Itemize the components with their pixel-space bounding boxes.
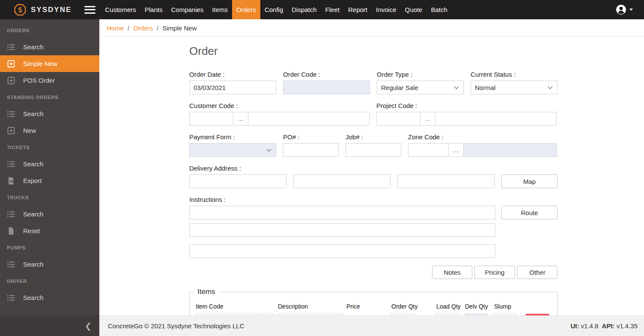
api-version-value: v1.4.35 [617, 322, 638, 330]
zone-desc-input [463, 143, 557, 157]
zone-code-input[interactable] [408, 143, 449, 157]
user-menu[interactable] [616, 4, 633, 15]
breadcrumb-separator: / [157, 24, 158, 32]
delivery-address-line1-input[interactable] [189, 174, 286, 188]
column-load-qty: Load Qty [436, 303, 465, 310]
sidebar-item-label: POS Order [23, 77, 55, 84]
breadcrumb-separator: / [128, 24, 129, 32]
order-form: Order Order Date : Order Code : Order Ty… [99, 37, 644, 336]
delivery-address-line2-input[interactable] [293, 174, 391, 188]
sidebar-item-label: Search [23, 210, 44, 218]
nav-item-customers[interactable]: Customers [101, 0, 140, 19]
user-menu-caret-icon [629, 9, 633, 11]
breadcrumb-home-link[interactable]: Home [107, 24, 124, 32]
sidebar-item-standing-search[interactable]: Search [0, 105, 99, 122]
sidebar-item-tickets-export[interactable]: Export [0, 172, 99, 189]
nav-item-plants[interactable]: Plants [140, 0, 167, 19]
column-price: Price [346, 303, 391, 310]
nav-item-companies[interactable]: Companies [167, 0, 208, 19]
nav-item-dispatch[interactable]: Dispatch [287, 0, 321, 19]
payment-form-label: Payment Form : [189, 133, 276, 141]
current-status-select[interactable]: Normal [471, 81, 558, 94]
sidebar-section-standing-orders: STANDING ORDERS [0, 89, 99, 105]
export-icon [7, 177, 15, 185]
top-navbar: S SYSDYNE Customers Plants Companies Ite… [0, 0, 644, 19]
sidebar-item-standing-new[interactable]: New [0, 122, 99, 139]
sidebar-item-orders-simple-new[interactable]: Simple New [0, 55, 99, 72]
sidebar-item-trucks-search[interactable]: Search [0, 206, 99, 222]
sidebar-item-label: Search [23, 261, 44, 268]
sidebar-item-label: Search [23, 43, 44, 51]
project-name-input[interactable] [435, 112, 557, 126]
list-icon [7, 210, 15, 219]
customer-code-input[interactable] [189, 112, 233, 126]
breadcrumb-orders-link[interactable]: Orders [133, 24, 153, 32]
nav-item-fleet[interactable]: Fleet [321, 0, 344, 19]
sidebar-item-label: Search [23, 294, 44, 301]
order-code-label: Order Code : [283, 71, 370, 78]
column-item-code: Item Code [196, 303, 278, 310]
map-button[interactable]: Map [501, 174, 558, 188]
sidebar-item-label: New [23, 127, 36, 134]
instructions-input[interactable] [189, 206, 495, 219]
ui-version-value: v1.4.8 [581, 322, 599, 330]
zone-code-label: Zone Code : [408, 133, 557, 141]
sidebar: ORDERS Search Simple New POS Order STAND… [0, 19, 99, 336]
other-button[interactable]: Other [517, 266, 558, 279]
sidebar-section-orders: ORDERS [0, 22, 99, 39]
nav-item-items[interactable]: Items [208, 0, 232, 19]
route-button[interactable]: Route [501, 206, 558, 219]
plus-square-icon [7, 76, 15, 85]
nav-item-config[interactable]: Config [260, 0, 287, 19]
customer-code-browse-button[interactable]: ... [233, 112, 248, 126]
project-code-label: Project Code : [376, 102, 557, 109]
instructions-extra2-input[interactable] [189, 244, 495, 258]
nav-item-report[interactable]: Report [344, 0, 372, 19]
instructions-extra1-input[interactable] [189, 223, 495, 237]
nav-item-quote[interactable]: Quote [401, 0, 427, 19]
payment-form-select[interactable] [189, 143, 276, 157]
customer-code-label: Customer Code : [189, 102, 370, 109]
notes-button[interactable]: Notes [432, 266, 472, 279]
customer-name-input[interactable] [248, 112, 370, 126]
sidebar-item-orders-pos-order[interactable]: POS Order [0, 72, 99, 89]
order-type-select[interactable]: Regular Sale [377, 81, 464, 94]
nav-item-invoice[interactable]: Invoice [372, 0, 401, 19]
user-avatar-icon [616, 4, 626, 15]
brand-name: SYSDYNE [31, 6, 72, 14]
pricing-button[interactable]: Pricing [474, 266, 515, 279]
sidebar-item-trucks-reset[interactable]: Reset [0, 222, 99, 239]
sidebar-section-pumps: PUMPS [0, 239, 99, 256]
menu-toggle-icon[interactable] [84, 6, 95, 14]
job-number-label: Job# : [346, 133, 401, 141]
nav-item-batch[interactable]: Batch [426, 0, 451, 19]
po-number-input[interactable] [283, 143, 339, 157]
order-date-input[interactable] [189, 81, 276, 94]
list-icon [7, 294, 15, 302]
collapse-sidebar-icon[interactable]: ❮ [85, 321, 92, 331]
sidebar-item-tickets-search[interactable]: Search [0, 156, 99, 172]
sidebar-section-driver: DRIVER [0, 273, 99, 289]
sidebar-item-pumps-search[interactable]: Search [0, 256, 99, 273]
column-delv-qty: Delv Qty [465, 303, 494, 310]
sysdyne-logo-icon: S [14, 3, 27, 16]
current-status-label: Current Status : [471, 71, 558, 78]
brand: S SYSDYNE [0, 3, 72, 16]
sidebar-item-orders-search[interactable]: Search [0, 39, 99, 55]
nav-item-orders[interactable]: Orders [232, 0, 260, 19]
job-number-input[interactable] [346, 143, 401, 157]
footer-copyright: ConcreteGo © 2021 Sysdyne Technologies L… [108, 322, 244, 330]
project-code-input[interactable] [376, 112, 420, 126]
content-area: Home / Orders / Simple New Order Order D… [99, 19, 644, 336]
order-code-input [283, 81, 370, 94]
instructions-label: Instructions : [189, 196, 644, 203]
plus-square-icon [7, 60, 15, 68]
project-code-browse-button[interactable]: ... [420, 112, 435, 126]
column-order-qty: Order Qty [391, 303, 436, 310]
ui-version-label: UI: [570, 322, 579, 330]
page-title: Order [189, 45, 644, 58]
column-description: Description [278, 303, 346, 310]
delivery-address-line3-input[interactable] [397, 174, 495, 188]
sidebar-item-driver-search[interactable]: Search [0, 289, 99, 306]
zone-code-browse-button[interactable]: ... [448, 143, 464, 157]
